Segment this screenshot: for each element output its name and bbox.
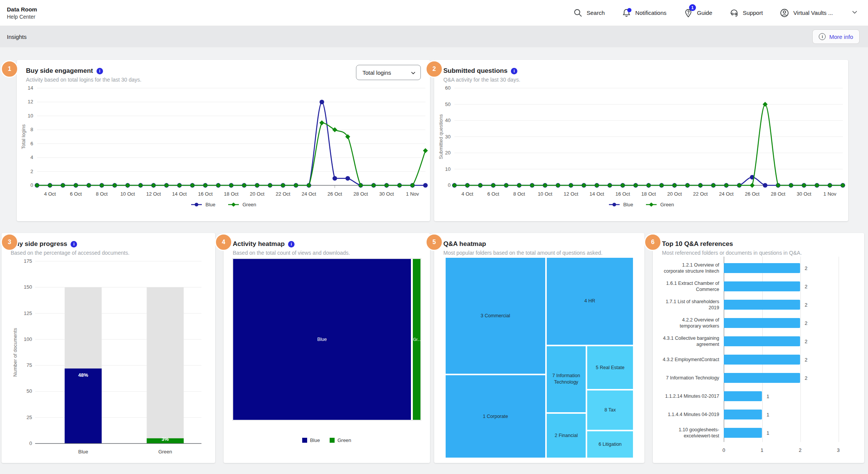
data-point [815,183,820,188]
panel-title: Buy side engagement [26,67,93,75]
reference-label: 1.2.1 Overview of corporate structure In… [662,262,719,275]
percent-label: 3% [162,436,169,442]
guide-count-badge: 1 [689,4,696,11]
treemap-tile[interactable]: 5 Real Estate [587,346,633,389]
x-tick-label: 22 Oct [276,191,291,197]
panel-subtitle: Based on the total count of views and do… [233,250,421,256]
x-tick-label: 30 Oct [379,191,394,197]
data-point [306,183,311,188]
reference-row: 4.2.2 Overview of temporary workers2 [662,314,855,332]
reference-bar [724,300,800,310]
info-icon[interactable]: i [97,68,103,74]
nav-item-search[interactable]: Search [573,8,605,18]
engagement-metric-select[interactable]: Total logins [356,65,421,80]
metric-select-wrap: Total logins [356,65,421,80]
treemap-tile[interactable]: 3 Commercial [445,257,546,374]
data-point [724,183,729,188]
nav-item-notifications[interactable]: Notifications [622,8,667,18]
treemap-tile[interactable]: 8 Tax [587,390,633,430]
treemap-tile[interactable]: Gr... [412,259,421,420]
treemap-tile[interactable]: Blue [233,259,411,420]
panel-subtitle: Most popular folders based on the total … [443,250,635,256]
reference-bar [724,263,800,273]
info-icon[interactable]: i [71,241,77,247]
panel-qa-heatmap: 5 Q&A heatmap Most popular folders based… [434,233,644,463]
y-tick-label: 25 [27,415,32,420]
data-point [280,183,285,188]
reference-row: 7 Information Technology2 [662,369,855,387]
reference-bar [724,391,762,401]
data-point [164,183,169,188]
data-point [763,102,768,107]
panel-number-badge: 1 [1,60,18,78]
reference-bar [724,355,800,365]
reference-label: 4.2.2 Overview of temporary workers [662,317,719,329]
treemap-tile[interactable]: 7 Information Technology [546,346,586,413]
x-tick-label: 28 Oct [353,191,368,197]
y-tick-label: 60 [445,85,451,91]
value-label: 2 [805,265,807,271]
reference-bar [724,410,762,419]
total-bar [147,287,184,443]
data-point [698,183,703,188]
reference-row: 1.6.1 Extract Chamber of Commerce2 [662,277,855,296]
nav-item-guide[interactable]: 1 Guide [683,8,712,18]
data-point [35,183,40,188]
reference-row: 4.3.1 Collective bargaining agreement2 [662,332,855,350]
treemap-tile[interactable]: 6 Litigation [587,431,633,458]
value-label: 2 [805,339,807,344]
y-tick-label: 75 [27,362,32,368]
insights-bar: Insights i More info [0,26,868,47]
guide-pin-icon: 1 [683,8,693,18]
reference-row: 4.3.2 EmploymentContract2 [662,350,855,369]
y-tick-label: 40 [445,117,451,123]
data-point [293,183,298,188]
data-point [763,183,767,188]
x-tick-label: 4 Oct [44,191,56,197]
chart-legend: BlueGreen [17,202,430,207]
data-point [60,183,65,188]
nav-item-support[interactable]: Support [729,8,763,18]
data-point [267,183,272,188]
hbar-chart-top-qa-references: 1.2.1 Overview of corporate structure In… [653,256,864,457]
data-point [216,183,221,188]
panel-number-badge: 3 [1,233,18,251]
panel-submitted-questions: 2 Submitted questions i Q&A activity for… [434,60,848,221]
chevron-down-icon[interactable] [850,8,859,18]
search-icon [573,8,583,18]
data-point [607,183,612,188]
data-point [332,176,337,181]
value-label: 2 [805,302,807,308]
x-tick-label: 10 Oct [538,191,552,197]
data-point [397,183,402,188]
treemap-tile[interactable]: 1 Corporate [445,375,546,458]
data-point [452,183,457,188]
value-label: 1 [767,430,769,436]
treemap-tile[interactable]: 4 HR [546,257,633,345]
y-tick-label: 8 [31,127,33,132]
data-point [371,183,376,188]
info-icon[interactable]: i [511,68,517,74]
chart-legend: BlueGreen [434,202,848,207]
headset-icon [729,8,739,18]
y-axis-title: Submitted questions [438,114,444,159]
app-title-block: Data Room Help Center [7,6,37,20]
panel-title: Top 10 Q&A references [662,240,733,248]
data-point [423,148,428,153]
x-tick-label: 24 Oct [301,191,316,197]
reference-bar [724,318,800,328]
panel-top-qa-references: 6 Top 10 Q&A references Most referenced … [653,233,864,463]
accessed-bar [65,368,102,443]
value-label: 2 [805,375,807,381]
reference-row: 1.10 googlesheets-excelviewert-test1 [662,424,855,442]
more-info-button[interactable]: i More info [812,29,860,44]
data-point [504,183,509,188]
nav-item-account[interactable]: Virtual Vaults ... [779,8,833,18]
treemap-tile[interactable]: 2 Financial [546,413,586,458]
reference-bar [724,373,800,383]
nav-label: Search [587,10,605,16]
panel-title: Submitted questions [443,67,507,75]
panel-activity-heatmap: 4 Activity heatmap i Based on the total … [224,233,430,463]
info-icon[interactable]: i [288,241,295,247]
notification-dot [627,8,631,12]
